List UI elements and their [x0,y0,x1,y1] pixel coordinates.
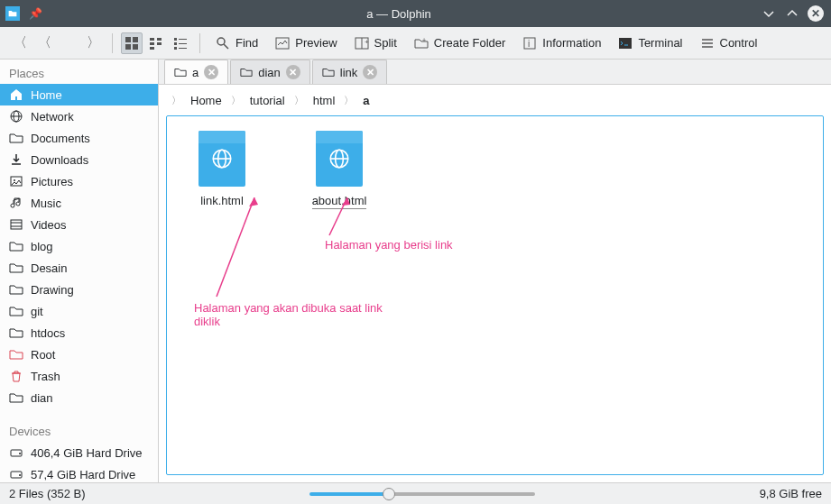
sidebar-item-pictures[interactable]: Pictures [0,170,158,192]
tab-close-button[interactable]: ✕ [286,65,300,79]
sidebar-item-videos[interactable]: Videos [0,214,158,235]
nav-up-button[interactable]: 〈 [33,34,55,51]
free-space: 9,8 GiB free [760,487,822,500]
split-button[interactable]: +Split [347,32,404,54]
control-button[interactable]: Control [693,32,765,54]
breadcrumb: 〉Home〉tutorial〉html〉a [159,85,831,115]
sidebar-item-dian[interactable]: dian [0,387,158,408]
sidebar-item-documents[interactable]: Documents [0,127,158,149]
folder-icon [9,282,23,297]
tab-a[interactable]: a✕ [164,60,228,84]
maximize-button[interactable] [782,4,802,23]
view-compact-button[interactable] [145,32,167,54]
titlebar: 📌 a — Dolphin ✕ [0,0,831,27]
terminal-button[interactable]: Terminal [611,32,689,54]
information-button[interactable]: iInformation [515,32,608,54]
sidebar-item-label: Pictures [31,175,73,188]
view-icons-button[interactable] [121,32,143,54]
html-file-icon [316,131,363,187]
svg-point-39 [19,474,21,476]
svg-line-16 [224,44,228,49]
create-folder-button[interactable]: +Create Folder [407,32,512,54]
folder-icon [9,390,23,405]
svg-rect-0 [125,37,131,42]
find-label: Find [235,36,258,50]
tab-close-button[interactable]: ✕ [363,65,377,79]
sidebar-item-label: blog [31,240,53,253]
svg-rect-8 [157,42,162,45]
pin-icon[interactable]: 📌 [29,7,42,20]
find-button[interactable]: Find [208,32,265,54]
drive-icon [9,467,23,481]
folder-icon [9,131,23,145]
sidebar-device[interactable]: 406,4 GiB Hard Drive [0,442,158,463]
sidebar-item-htdocs[interactable]: htdocs [0,322,158,344]
sidebar-item-label: Documents [31,132,90,145]
chevron-right-icon: 〉 [231,94,241,107]
svg-rect-24 [619,38,632,49]
chevron-right-icon: 〉 [294,94,304,107]
sidebar-item-label: 57,4 GiB Hard Drive [31,468,135,481]
sidebar-item-network[interactable]: Network [0,105,158,127]
file-item[interactable]: about.html [299,131,380,209]
sidebar-item-desain[interactable]: Desain [0,257,158,279]
sidebar-item-label: htdocs [31,326,65,340]
zoom-slider[interactable] [95,492,751,496]
file-view[interactable]: link.htmlabout.html Halaman yang akan di… [166,115,824,475]
svg-rect-5 [150,42,154,45]
svg-text:+: + [365,38,369,46]
sidebar-item-trash[interactable]: Trash [0,365,158,387]
sidebar-item-blog[interactable]: blog [0,235,158,257]
tab-close-button[interactable]: ✕ [204,65,218,79]
sidebar: Places HomeNetworkDocumentsDownloadsPict… [0,60,159,482]
split-label: Split [374,36,397,50]
toolbar: 〈 〈 〉 Find Preview +Split +Create Folder… [0,27,831,60]
svg-line-48 [217,197,254,297]
folder-icon [9,261,23,275]
annotation-right: Halaman yang berisi link [325,238,453,252]
breadcrumb-item[interactable]: a [359,92,373,109]
devices-header: Devices [0,417,158,442]
home-icon [9,87,23,102]
preview-label: Preview [295,36,337,50]
sidebar-item-home[interactable]: Home [0,84,158,105]
preview-button[interactable]: Preview [268,32,344,54]
breadcrumb-item[interactable]: Home [187,92,226,109]
video-icon [9,217,23,232]
svg-rect-3 [133,44,138,50]
svg-point-37 [19,453,21,454]
tab-label: dian [258,66,281,79]
tab-label: a [192,66,199,79]
sidebar-item-music[interactable]: Music [0,192,158,214]
file-label: about.html [312,194,367,209]
drive-icon [9,445,23,460]
app-icon [5,6,20,21]
sidebar-item-label: Desain [31,261,67,275]
sidebar-item-drawing[interactable]: Drawing [0,279,158,300]
svg-rect-7 [157,38,162,41]
sidebar-item-root[interactable]: Root [0,344,158,365]
folder-icon [174,66,187,78]
sidebar-device[interactable]: 57,4 GiB Hard Drive [0,463,158,482]
sidebar-item-downloads[interactable]: Downloads [0,149,158,170]
view-details-button[interactable] [170,32,191,54]
sidebar-item-label: Videos [31,218,67,232]
minimize-button[interactable] [759,4,779,23]
file-item[interactable]: link.html [181,131,263,207]
separator [112,33,113,53]
close-button[interactable]: ✕ [806,4,826,23]
nav-back-button[interactable]: 〈 [9,34,31,51]
nav-forward-button[interactable]: 〉 [82,34,104,51]
svg-rect-4 [150,38,154,41]
breadcrumb-item[interactable]: tutorial [246,92,289,109]
sidebar-item-git[interactable]: git [0,300,158,322]
image-icon [9,174,23,188]
svg-rect-2 [125,44,131,50]
tab-link[interactable]: link✕ [312,60,388,84]
network-icon [9,109,23,124]
breadcrumb-item[interactable]: html [309,92,339,109]
html-file-icon [199,131,245,187]
sidebar-item-label: Network [31,110,74,124]
tab-dian[interactable]: dian✕ [230,60,310,84]
folder-icon [9,325,23,340]
